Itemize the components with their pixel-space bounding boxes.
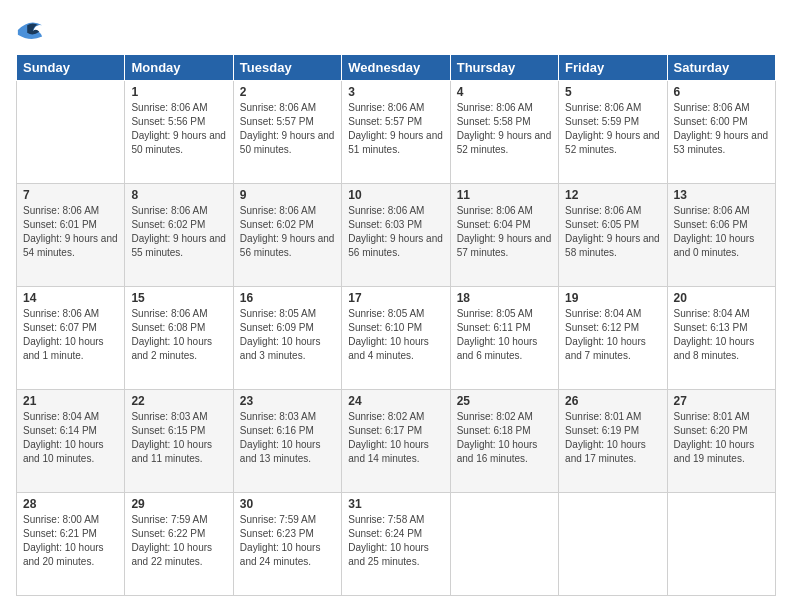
day-number: 2: [240, 85, 335, 99]
day-number: 21: [23, 394, 118, 408]
calendar-cell: 10Sunrise: 8:06 AMSunset: 6:03 PMDayligh…: [342, 184, 450, 287]
day-number: 11: [457, 188, 552, 202]
day-info: Sunrise: 8:05 AMSunset: 6:11 PMDaylight:…: [457, 307, 552, 363]
day-number: 30: [240, 497, 335, 511]
calendar-cell: [17, 81, 125, 184]
day-number: 25: [457, 394, 552, 408]
day-number: 31: [348, 497, 443, 511]
day-info: Sunrise: 7:59 AMSunset: 6:23 PMDaylight:…: [240, 513, 335, 569]
calendar-cell: 1Sunrise: 8:06 AMSunset: 5:56 PMDaylight…: [125, 81, 233, 184]
calendar-cell: 4Sunrise: 8:06 AMSunset: 5:58 PMDaylight…: [450, 81, 558, 184]
day-info: Sunrise: 8:06 AMSunset: 6:07 PMDaylight:…: [23, 307, 118, 363]
calendar-cell: 27Sunrise: 8:01 AMSunset: 6:20 PMDayligh…: [667, 390, 775, 493]
day-info: Sunrise: 8:01 AMSunset: 6:19 PMDaylight:…: [565, 410, 660, 466]
calendar-cell: 12Sunrise: 8:06 AMSunset: 6:05 PMDayligh…: [559, 184, 667, 287]
calendar-header-monday: Monday: [125, 55, 233, 81]
day-info: Sunrise: 8:03 AMSunset: 6:15 PMDaylight:…: [131, 410, 226, 466]
day-info: Sunrise: 8:06 AMSunset: 6:05 PMDaylight:…: [565, 204, 660, 260]
day-number: 23: [240, 394, 335, 408]
calendar-header-saturday: Saturday: [667, 55, 775, 81]
day-info: Sunrise: 8:06 AMSunset: 6:03 PMDaylight:…: [348, 204, 443, 260]
day-number: 12: [565, 188, 660, 202]
day-info: Sunrise: 8:06 AMSunset: 6:06 PMDaylight:…: [674, 204, 769, 260]
day-number: 16: [240, 291, 335, 305]
calendar-week-row: 1Sunrise: 8:06 AMSunset: 5:56 PMDaylight…: [17, 81, 776, 184]
day-info: Sunrise: 8:06 AMSunset: 6:02 PMDaylight:…: [240, 204, 335, 260]
day-info: Sunrise: 8:04 AMSunset: 6:13 PMDaylight:…: [674, 307, 769, 363]
calendar-cell: 28Sunrise: 8:00 AMSunset: 6:21 PMDayligh…: [17, 493, 125, 596]
calendar-week-row: 28Sunrise: 8:00 AMSunset: 6:21 PMDayligh…: [17, 493, 776, 596]
calendar-header-friday: Friday: [559, 55, 667, 81]
calendar-cell: 17Sunrise: 8:05 AMSunset: 6:10 PMDayligh…: [342, 287, 450, 390]
day-number: 1: [131, 85, 226, 99]
day-info: Sunrise: 8:06 AMSunset: 6:08 PMDaylight:…: [131, 307, 226, 363]
day-number: 27: [674, 394, 769, 408]
calendar-cell: 11Sunrise: 8:06 AMSunset: 6:04 PMDayligh…: [450, 184, 558, 287]
calendar-header-tuesday: Tuesday: [233, 55, 341, 81]
calendar-cell: 14Sunrise: 8:06 AMSunset: 6:07 PMDayligh…: [17, 287, 125, 390]
calendar-cell: 23Sunrise: 8:03 AMSunset: 6:16 PMDayligh…: [233, 390, 341, 493]
calendar-cell: [559, 493, 667, 596]
day-number: 22: [131, 394, 226, 408]
calendar-cell: 18Sunrise: 8:05 AMSunset: 6:11 PMDayligh…: [450, 287, 558, 390]
calendar-week-row: 14Sunrise: 8:06 AMSunset: 6:07 PMDayligh…: [17, 287, 776, 390]
day-info: Sunrise: 8:04 AMSunset: 6:12 PMDaylight:…: [565, 307, 660, 363]
day-info: Sunrise: 8:01 AMSunset: 6:20 PMDaylight:…: [674, 410, 769, 466]
day-number: 13: [674, 188, 769, 202]
calendar-cell: 22Sunrise: 8:03 AMSunset: 6:15 PMDayligh…: [125, 390, 233, 493]
day-info: Sunrise: 8:06 AMSunset: 6:02 PMDaylight:…: [131, 204, 226, 260]
day-info: Sunrise: 8:06 AMSunset: 5:59 PMDaylight:…: [565, 101, 660, 157]
calendar-cell: 20Sunrise: 8:04 AMSunset: 6:13 PMDayligh…: [667, 287, 775, 390]
calendar-cell: 15Sunrise: 8:06 AMSunset: 6:08 PMDayligh…: [125, 287, 233, 390]
day-number: 6: [674, 85, 769, 99]
day-number: 19: [565, 291, 660, 305]
calendar-header-row: SundayMondayTuesdayWednesdayThursdayFrid…: [17, 55, 776, 81]
day-number: 4: [457, 85, 552, 99]
day-number: 7: [23, 188, 118, 202]
day-info: Sunrise: 8:02 AMSunset: 6:18 PMDaylight:…: [457, 410, 552, 466]
day-number: 26: [565, 394, 660, 408]
day-info: Sunrise: 8:05 AMSunset: 6:10 PMDaylight:…: [348, 307, 443, 363]
day-info: Sunrise: 8:06 AMSunset: 5:58 PMDaylight:…: [457, 101, 552, 157]
day-info: Sunrise: 8:04 AMSunset: 6:14 PMDaylight:…: [23, 410, 118, 466]
page: SundayMondayTuesdayWednesdayThursdayFrid…: [0, 0, 792, 612]
day-number: 3: [348, 85, 443, 99]
day-number: 9: [240, 188, 335, 202]
calendar-table: SundayMondayTuesdayWednesdayThursdayFrid…: [16, 54, 776, 596]
calendar-cell: 16Sunrise: 8:05 AMSunset: 6:09 PMDayligh…: [233, 287, 341, 390]
day-number: 20: [674, 291, 769, 305]
header: [16, 16, 776, 44]
calendar-cell: [667, 493, 775, 596]
logo: [16, 16, 48, 44]
calendar-cell: 19Sunrise: 8:04 AMSunset: 6:12 PMDayligh…: [559, 287, 667, 390]
day-number: 29: [131, 497, 226, 511]
calendar-cell: [450, 493, 558, 596]
calendar-cell: 9Sunrise: 8:06 AMSunset: 6:02 PMDaylight…: [233, 184, 341, 287]
day-info: Sunrise: 8:06 AMSunset: 6:04 PMDaylight:…: [457, 204, 552, 260]
day-info: Sunrise: 7:59 AMSunset: 6:22 PMDaylight:…: [131, 513, 226, 569]
calendar-cell: 6Sunrise: 8:06 AMSunset: 6:00 PMDaylight…: [667, 81, 775, 184]
day-info: Sunrise: 8:05 AMSunset: 6:09 PMDaylight:…: [240, 307, 335, 363]
logo-icon: [16, 16, 44, 44]
day-info: Sunrise: 8:06 AMSunset: 6:00 PMDaylight:…: [674, 101, 769, 157]
day-number: 8: [131, 188, 226, 202]
calendar-cell: 31Sunrise: 7:58 AMSunset: 6:24 PMDayligh…: [342, 493, 450, 596]
calendar-cell: 2Sunrise: 8:06 AMSunset: 5:57 PMDaylight…: [233, 81, 341, 184]
calendar-cell: 13Sunrise: 8:06 AMSunset: 6:06 PMDayligh…: [667, 184, 775, 287]
calendar-header-wednesday: Wednesday: [342, 55, 450, 81]
calendar-header-sunday: Sunday: [17, 55, 125, 81]
day-info: Sunrise: 8:06 AMSunset: 5:57 PMDaylight:…: [240, 101, 335, 157]
calendar-cell: 7Sunrise: 8:06 AMSunset: 6:01 PMDaylight…: [17, 184, 125, 287]
day-number: 10: [348, 188, 443, 202]
day-info: Sunrise: 8:06 AMSunset: 6:01 PMDaylight:…: [23, 204, 118, 260]
calendar-header-thursday: Thursday: [450, 55, 558, 81]
day-info: Sunrise: 8:06 AMSunset: 5:57 PMDaylight:…: [348, 101, 443, 157]
calendar-cell: 3Sunrise: 8:06 AMSunset: 5:57 PMDaylight…: [342, 81, 450, 184]
calendar-cell: 29Sunrise: 7:59 AMSunset: 6:22 PMDayligh…: [125, 493, 233, 596]
day-number: 17: [348, 291, 443, 305]
calendar-cell: 24Sunrise: 8:02 AMSunset: 6:17 PMDayligh…: [342, 390, 450, 493]
day-number: 15: [131, 291, 226, 305]
day-info: Sunrise: 8:03 AMSunset: 6:16 PMDaylight:…: [240, 410, 335, 466]
day-number: 28: [23, 497, 118, 511]
calendar-cell: 8Sunrise: 8:06 AMSunset: 6:02 PMDaylight…: [125, 184, 233, 287]
